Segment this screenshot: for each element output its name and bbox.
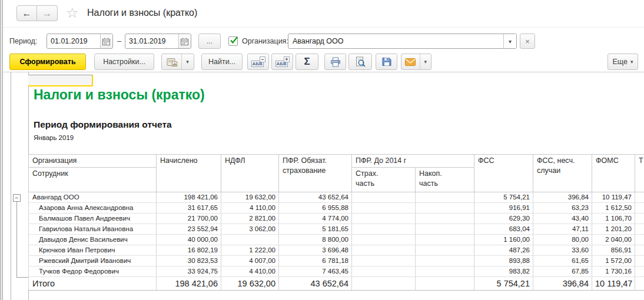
row-value-cell[interactable]: [352, 266, 416, 277]
row-value-cell[interactable]: 198 421,06: [157, 192, 221, 203]
row-value-cell[interactable]: 80,00: [533, 235, 592, 245]
row-value-cell[interactable]: [352, 203, 416, 214]
row-value-cell[interactable]: 23 552,94: [157, 224, 221, 235]
row-value-cell[interactable]: 629,30: [474, 214, 533, 224]
row-name-cell[interactable]: Ржевский Дмитрий Иванович: [29, 256, 157, 266]
favorite-star-icon[interactable]: ☆: [66, 5, 79, 21]
total-value-cell[interactable]: 19 632,00: [221, 277, 279, 291]
row-value-cell[interactable]: [635, 266, 644, 277]
increase-font-button[interactable]: АБВ +: [271, 54, 293, 70]
row-name-cell[interactable]: Крючков Иван Петрович: [29, 245, 157, 256]
row-value-cell[interactable]: 3 062,00: [221, 224, 279, 235]
row-value-cell[interactable]: [416, 192, 474, 203]
row-value-cell[interactable]: 2 040,00: [592, 235, 635, 245]
row-value-cell[interactable]: [352, 245, 416, 256]
row-value-cell[interactable]: 43,40: [533, 214, 592, 224]
row-value-cell[interactable]: 19 632,00: [221, 192, 279, 203]
row-name-cell[interactable]: Гаврилова Наталья Ивановна: [29, 224, 157, 235]
row-value-cell[interactable]: 3 696,48: [279, 245, 352, 256]
row-value-cell[interactable]: 1 160,00: [474, 235, 533, 245]
chevron-down-icon[interactable]: ▾: [503, 34, 516, 48]
print-button[interactable]: [324, 54, 346, 70]
row-value-cell[interactable]: [635, 245, 644, 256]
forward-button[interactable]: →: [37, 5, 58, 21]
row-value-cell[interactable]: [352, 192, 416, 203]
row-value-cell[interactable]: 67,85: [533, 266, 592, 277]
row-value-cell[interactable]: 43 652,64: [279, 192, 352, 203]
row-value-cell[interactable]: 8 800,00: [279, 235, 352, 245]
row-value-cell[interactable]: 1 106,70: [592, 214, 635, 224]
chevron-down-icon[interactable]: ▾: [181, 54, 193, 69]
total-value-cell[interactable]: 396,84: [533, 277, 592, 291]
row-value-cell[interactable]: 1 201,20: [592, 224, 635, 235]
row-value-cell[interactable]: 47,11: [533, 224, 592, 235]
row-value-cell[interactable]: 396,84: [533, 192, 592, 203]
row-value-cell[interactable]: [221, 235, 279, 245]
row-value-cell[interactable]: [416, 256, 474, 266]
row-value-cell[interactable]: 33,60: [533, 245, 592, 256]
total-value-cell[interactable]: 10 119,47: [592, 277, 635, 291]
total-value-cell[interactable]: [635, 277, 644, 291]
row-value-cell[interactable]: 1 222,00: [221, 245, 279, 256]
total-value-cell[interactable]: [352, 277, 416, 291]
organization-combobox[interactable]: Авангард ООО ▾: [288, 34, 517, 49]
calendar-icon[interactable]: [100, 34, 112, 48]
row-name-cell[interactable]: Давыдов Денис Васильевич: [29, 235, 157, 245]
period-to-input[interactable]: [125, 34, 178, 48]
row-value-cell[interactable]: [635, 203, 644, 214]
row-value-cell[interactable]: 2 821,00: [221, 214, 279, 224]
row-value-cell[interactable]: [352, 235, 416, 245]
period-options-button[interactable]: ...: [198, 34, 221, 49]
organization-checkbox[interactable]: [228, 36, 238, 46]
row-value-cell[interactable]: [635, 214, 644, 224]
save-button[interactable]: [376, 54, 397, 70]
row-value-cell[interactable]: [352, 224, 416, 235]
row-value-cell[interactable]: 1 572,00: [592, 256, 635, 266]
row-name-cell[interactable]: Азарова Анна Александровна: [29, 203, 157, 214]
row-value-cell[interactable]: [416, 245, 474, 256]
row-value-cell[interactable]: 30 823,53: [157, 256, 221, 266]
row-name-cell[interactable]: Балмашов Павел Андреевич: [29, 214, 157, 224]
row-value-cell[interactable]: 16 802,19: [157, 245, 221, 256]
row-value-cell[interactable]: [635, 224, 644, 235]
row-value-cell[interactable]: 21 700,00: [157, 214, 221, 224]
row-value-cell[interactable]: 487,26: [474, 245, 533, 256]
row-value-cell[interactable]: 10 119,47: [592, 192, 635, 203]
collapse-group-button[interactable]: −: [13, 194, 21, 202]
sum-selected-button[interactable]: Σ: [296, 54, 318, 70]
row-value-cell[interactable]: 916,91: [474, 203, 533, 214]
row-value-cell[interactable]: [635, 192, 644, 203]
decrease-font-button[interactable]: АБВ −: [247, 54, 269, 70]
row-value-cell[interactable]: 6 781,18: [279, 256, 352, 266]
report-variants-button[interactable]: ▾: [161, 54, 194, 70]
row-value-cell[interactable]: 1 612,50: [592, 203, 635, 214]
row-value-cell[interactable]: 856,91: [592, 245, 635, 256]
total-value-cell[interactable]: 43 652,64: [279, 277, 352, 291]
row-value-cell[interactable]: 4 110,00: [221, 203, 279, 214]
row-value-cell[interactable]: 4 007,00: [221, 256, 279, 266]
find-button[interactable]: Найти...: [201, 54, 243, 70]
total-value-cell[interactable]: 198 421,06: [157, 277, 221, 291]
row-name-cell[interactable]: Авангард ООО: [29, 192, 157, 203]
row-value-cell[interactable]: [416, 203, 474, 214]
row-value-cell[interactable]: 983,82: [474, 266, 533, 277]
settings-button[interactable]: Настройки...: [94, 54, 154, 70]
row-value-cell[interactable]: [416, 266, 474, 277]
total-value-cell[interactable]: [416, 277, 474, 291]
row-value-cell[interactable]: 63,23: [533, 203, 592, 214]
row-value-cell[interactable]: 683,04: [474, 224, 533, 235]
total-value-cell[interactable]: 5 754,21: [474, 277, 533, 291]
row-value-cell[interactable]: [416, 214, 474, 224]
calendar-icon[interactable]: [178, 34, 191, 48]
row-value-cell[interactable]: [635, 256, 644, 266]
row-value-cell[interactable]: 1 730,16: [592, 266, 635, 277]
row-value-cell[interactable]: 5 181,65: [279, 224, 352, 235]
print-preview-button[interactable]: [348, 54, 372, 70]
send-email-button[interactable]: ▾: [401, 54, 431, 70]
row-value-cell[interactable]: 33 924,75: [157, 266, 221, 277]
period-from-input[interactable]: [47, 34, 100, 48]
row-value-cell[interactable]: 4 410,00: [221, 266, 279, 277]
total-label-cell[interactable]: Итого: [29, 277, 157, 291]
row-value-cell[interactable]: [635, 235, 644, 245]
row-value-cell[interactable]: [416, 235, 474, 245]
